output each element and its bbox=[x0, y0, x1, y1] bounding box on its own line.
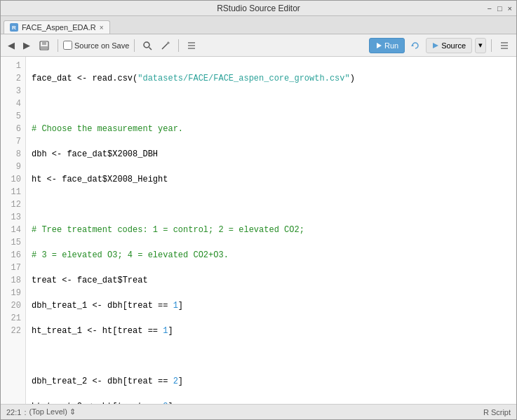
code-line-8: # 3 = elevated O3; 4 = elevated CO2+O3. bbox=[32, 249, 511, 262]
line-num: 8 bbox=[4, 148, 21, 161]
menu-button[interactable] bbox=[497, 39, 512, 52]
close-button[interactable]: × bbox=[508, 4, 512, 13]
run-label: Run bbox=[384, 41, 398, 50]
line-num: 10 bbox=[4, 173, 21, 186]
line-num: 5 bbox=[4, 110, 21, 123]
line-num: 19 bbox=[4, 287, 21, 299]
code-line-11: ht_treat_1 <- ht[treat == 1] bbox=[32, 325, 511, 337]
code-line-10: dbh_treat_1 <- dbh[treat == 1] bbox=[32, 299, 511, 312]
file-type-indicator: R Script bbox=[483, 408, 511, 416]
code-line-9: treat <- face_dat$Treat bbox=[32, 274, 511, 287]
code-line-6 bbox=[32, 198, 511, 211]
svg-line-4 bbox=[149, 47, 152, 50]
line-num: 18 bbox=[4, 274, 21, 287]
tab-filename: FACE_Aspen_EDA.R bbox=[22, 23, 96, 32]
maximize-button[interactable]: □ bbox=[497, 4, 502, 13]
line-num: 14 bbox=[4, 224, 21, 236]
code-line-12 bbox=[32, 350, 511, 363]
source-label: Source bbox=[441, 41, 466, 50]
toolbar-separator-2 bbox=[134, 39, 135, 52]
code-area[interactable]: face_dat <- read.csv("datasets/FACE/FACE… bbox=[26, 57, 516, 404]
source-on-save-label[interactable]: Source on Save bbox=[63, 41, 129, 50]
code-line-3: # Choose the measurement year. bbox=[32, 123, 511, 135]
source-icon bbox=[432, 42, 439, 49]
menu-icon bbox=[499, 41, 509, 50]
rerun-button[interactable] bbox=[408, 39, 423, 52]
code-line-1: face_dat <- read.csv("datasets/FACE/FACE… bbox=[32, 72, 511, 85]
line-num: 16 bbox=[4, 249, 21, 262]
window-title: RStudio Source Editor bbox=[217, 4, 300, 13]
search-button[interactable] bbox=[140, 39, 155, 52]
line-num: 9 bbox=[4, 161, 21, 173]
svg-marker-13 bbox=[433, 43, 438, 48]
search-icon bbox=[142, 41, 152, 50]
line-num: 20 bbox=[4, 299, 21, 312]
line-num: 12 bbox=[4, 198, 21, 211]
source-on-save-text: Source on Save bbox=[74, 41, 129, 50]
scope-text: (Top Level) bbox=[29, 407, 67, 416]
run-button[interactable]: Run bbox=[369, 38, 405, 53]
line-num: 13 bbox=[4, 211, 21, 224]
minimize-button[interactable]: − bbox=[487, 4, 491, 13]
r-file-icon: R bbox=[10, 23, 18, 32]
source-button[interactable]: Source bbox=[426, 38, 472, 53]
line-num: 1 bbox=[4, 60, 21, 72]
save-icon bbox=[39, 40, 50, 51]
toolbar-separator-4 bbox=[491, 39, 492, 52]
scope-chevron-icon: ⇕ bbox=[69, 407, 76, 416]
code-line-7: # Tree treatment codes: 1 = control; 2 =… bbox=[32, 224, 511, 236]
title-bar: RStudio Source Editor − □ × bbox=[1, 1, 516, 16]
rerun-icon bbox=[410, 41, 420, 50]
line-num: 2 bbox=[4, 72, 21, 85]
source-on-save-checkbox[interactable] bbox=[63, 41, 72, 50]
back-button[interactable]: ◀ bbox=[5, 39, 18, 52]
svg-point-3 bbox=[144, 42, 149, 48]
cursor-position: 22:1 bbox=[6, 408, 21, 416]
list-button[interactable] bbox=[184, 39, 199, 52]
status-bar: 22:1 : (Top Level) ⇕ R Script bbox=[1, 404, 516, 419]
wand-button[interactable] bbox=[158, 39, 173, 52]
tab-bar: R FACE_Aspen_EDA.R × bbox=[1, 16, 516, 34]
svg-rect-1 bbox=[42, 41, 46, 45]
file-tab[interactable]: R FACE_Aspen_EDA.R × bbox=[4, 20, 110, 34]
save-button[interactable] bbox=[36, 39, 53, 53]
status-separator: : bbox=[24, 408, 26, 416]
code-line-2 bbox=[32, 97, 511, 110]
forward-button[interactable]: ▶ bbox=[20, 39, 33, 52]
line-num: 15 bbox=[4, 236, 21, 249]
source-dropdown-button[interactable]: ▾ bbox=[475, 38, 486, 53]
tab-close-button[interactable]: × bbox=[100, 24, 104, 32]
svg-marker-11 bbox=[377, 43, 382, 48]
line-num: 21 bbox=[4, 312, 21, 325]
line-num: 4 bbox=[4, 97, 21, 110]
code-line-5: ht <- face_dat$X2008_Height bbox=[32, 173, 511, 186]
toolbar-separator-1 bbox=[58, 39, 58, 52]
line-num: 11 bbox=[4, 186, 21, 198]
scope-indicator[interactable]: (Top Level) ⇕ bbox=[29, 407, 75, 416]
list-icon bbox=[187, 41, 196, 50]
run-icon bbox=[375, 42, 382, 49]
toolbar-right: Run Source ▾ bbox=[369, 38, 512, 53]
line-num: 22 bbox=[4, 325, 21, 337]
line-num: 17 bbox=[4, 262, 21, 274]
svg-marker-12 bbox=[411, 44, 414, 46]
svg-line-5 bbox=[162, 43, 168, 49]
code-line-4: dbh <- face_dat$X2008_DBH bbox=[32, 148, 511, 161]
window-controls[interactable]: − □ × bbox=[487, 4, 512, 13]
line-num: 7 bbox=[4, 135, 21, 148]
line-num: 6 bbox=[4, 123, 21, 135]
code-line-13: dbh_treat_2 <- dbh[treat == 2] bbox=[32, 375, 511, 388]
line-num: 3 bbox=[4, 85, 21, 97]
svg-point-7 bbox=[168, 41, 170, 43]
editor: 1 2 3 4 5 6 7 8 9 10 11 12 13 14 15 16 1… bbox=[1, 57, 516, 404]
svg-rect-2 bbox=[41, 46, 48, 49]
wand-icon bbox=[161, 41, 170, 50]
toolbar: ◀ ▶ Source on Save bbox=[1, 34, 516, 57]
line-numbers: 1 2 3 4 5 6 7 8 9 10 11 12 13 14 15 16 1… bbox=[1, 57, 26, 404]
toolbar-separator-3 bbox=[178, 39, 179, 52]
